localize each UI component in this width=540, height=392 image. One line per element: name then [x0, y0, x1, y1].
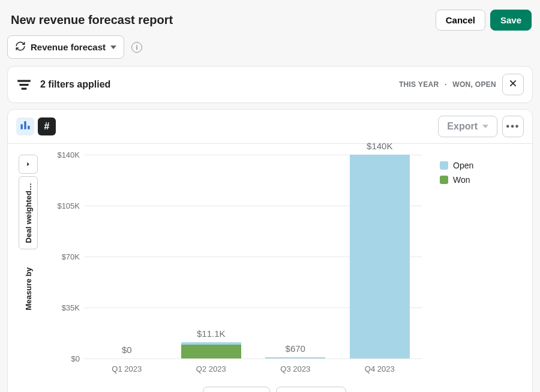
bar-total-label: $0 [122, 345, 132, 355]
chevron-right-icon [25, 159, 31, 170]
bar-column[interactable]: $11.1K [169, 155, 254, 358]
bar-column[interactable]: $670 [253, 155, 338, 358]
filter-summary: THIS YEAR · WON, OPEN [399, 80, 496, 89]
legend: Open Won [428, 155, 524, 373]
view-toggle-group: # [16, 117, 56, 135]
y-tick: $35K [43, 303, 80, 312]
bar-total-label: $11.1K [197, 328, 226, 339]
chart-card: # Export ••• Deal weighted… Measure by [7, 109, 533, 392]
y-tick: $70K [43, 252, 80, 261]
cancel-button[interactable]: Cancel [436, 10, 485, 31]
more-actions-button[interactable]: ••• [502, 116, 524, 137]
svg-rect-5 [28, 126, 29, 129]
svg-rect-3 [21, 124, 23, 129]
save-button[interactable]: Save [490, 10, 532, 31]
bar-segment [181, 345, 241, 358]
chart-view-toggle[interactable] [16, 117, 34, 135]
close-filters-button[interactable] [502, 74, 524, 95]
caret-down-icon [110, 46, 116, 49]
bar-column[interactable]: $0 [85, 155, 169, 358]
chart-controls: View Forecast Quarterly i [8, 378, 532, 392]
filters-card: 2 filters applied THIS YEAR · WON, OPEN [7, 66, 533, 103]
filter-icon[interactable] [16, 77, 32, 92]
bar-total-label: $140K [367, 141, 392, 151]
page-title: New revenue forecast report [11, 13, 173, 27]
top-actions: Cancel Save [436, 10, 532, 31]
export-button[interactable]: Export [438, 116, 497, 137]
y-tick: $140K [43, 150, 80, 159]
caret-down-icon [482, 125, 488, 128]
x-tick: Q1 2023 [85, 364, 169, 373]
dots-icon: ••• [506, 121, 520, 132]
report-type-dropdown[interactable]: Revenue forecast [7, 35, 124, 59]
hash-icon: # [44, 121, 50, 132]
svg-rect-4 [24, 121, 26, 129]
y-tick: $105K [43, 201, 80, 210]
svg-rect-2 [22, 88, 27, 89]
table-view-toggle[interactable]: # [38, 117, 56, 135]
close-icon [508, 79, 518, 91]
info-icon[interactable]: i [131, 42, 142, 53]
side-measure-panel: Deal weighted… Measure by [16, 155, 40, 373]
measure-by-label: Measure by [24, 267, 33, 310]
legend-item-won[interactable]: Won [440, 175, 524, 185]
legend-swatch [440, 161, 448, 170]
filters-count: 2 filters applied [40, 79, 110, 90]
report-type-label: Revenue forecast [31, 42, 106, 52]
svg-rect-0 [17, 80, 31, 82]
bar-chart-icon [19, 119, 31, 134]
view-mode-dropdown[interactable]: Forecast [203, 387, 271, 392]
bar-segment [265, 357, 325, 358]
bar-segment [350, 155, 410, 358]
x-tick: Q2 2023 [169, 364, 254, 373]
refresh-icon [15, 41, 26, 53]
granularity-dropdown[interactable]: Quarterly [276, 387, 346, 392]
bar-total-label: $670 [286, 343, 305, 354]
legend-item-open[interactable]: Open [440, 161, 524, 170]
legend-swatch [440, 176, 448, 184]
chart-area: $0$35K$70K$105K$140K$0$11.1K$670$140K Q1… [43, 155, 428, 373]
expand-panel-button[interactable] [19, 155, 38, 174]
metric-selector[interactable]: Deal weighted… [19, 176, 38, 249]
x-tick: Q4 2023 [338, 364, 422, 373]
svg-rect-1 [19, 84, 28, 86]
bar-column[interactable]: $140K [338, 155, 422, 358]
y-tick: $0 [43, 354, 80, 363]
x-tick: Q3 2023 [253, 364, 338, 373]
